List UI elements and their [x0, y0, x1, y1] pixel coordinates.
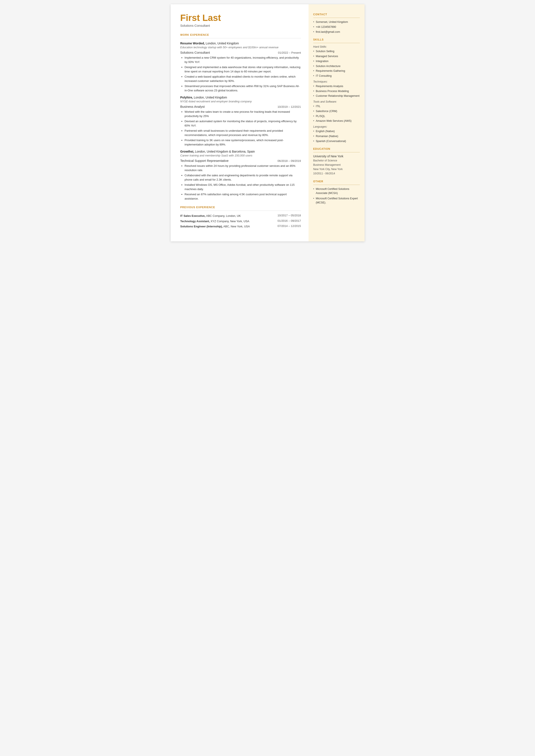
tools-list: ITIL Salesforce (CRM) PL/SQL Amazon Web …	[313, 104, 360, 123]
right-column: CONTACT Somerset, United Kingdom +44 123…	[309, 4, 365, 241]
employer-2-desc: NYSE-listed recruitment and employer bra…	[180, 100, 301, 103]
tool-1: ITIL	[313, 104, 360, 108]
technique-3: Customer Relationship Management	[313, 94, 360, 98]
tool-2: Salesforce (CRM)	[313, 109, 360, 113]
employer-1-location: London, United Kingdom	[205, 42, 239, 45]
tools-label: Tools and Software:	[313, 100, 360, 103]
job-title-3: Technical Support Representative	[180, 159, 229, 162]
employer-3-name: Growthsi,	[180, 150, 194, 153]
bullet-2-4: Provided training to 3K users on new sys…	[185, 138, 301, 147]
prev-exp-label-2: Technology Assistant, XYZ Company, New Y…	[180, 219, 249, 223]
hard-skills-list: Solution Selling Managed Services Integr…	[313, 49, 360, 78]
employer-2-header: Polyhire, London, United Kingdom	[180, 96, 301, 99]
bullet-3-3: Installed Windows OS, MS Office, Adobe A…	[185, 183, 301, 191]
prev-exp-row-1: IT Sales Executive, ABC Company, London,…	[180, 214, 301, 218]
techniques-list: Requirements Analysis Business Process M…	[313, 84, 360, 98]
prev-exp-row-3: Solutions Engineer (Internship), ABC, Ne…	[180, 224, 301, 229]
contact-address: Somerset, United Kingdom	[313, 20, 360, 24]
employer-2-location: London, United Kingdom	[193, 96, 227, 99]
employer-2-name: Polyhire,	[180, 96, 193, 99]
bullet-3-4: Received an 87% satisfaction rating amon…	[185, 192, 301, 201]
job-dates-1: 01/2022 – Present	[278, 51, 301, 54]
job-row-3: Technical Support Representative 06/2018…	[180, 159, 301, 162]
other-item-2: Microsoft Certified Solutions Expert (MC…	[313, 197, 360, 205]
prev-divider	[180, 210, 301, 211]
technique-2: Business Process Modeling	[313, 89, 360, 93]
other-section: OTHER Microsoft Certified Solutions Asso…	[313, 180, 360, 205]
prev-exp-label-3: Solutions Engineer (Internship), ABC, Ne…	[180, 224, 250, 229]
tool-4: Amazon Web Services (AWS)	[313, 119, 360, 123]
bullet-1-3: Created a web-based application that ena…	[185, 74, 301, 83]
hard-skills-label: Hard Skills:	[313, 45, 360, 48]
candidate-title: Solutions Consultant	[180, 24, 301, 27]
candidate-name: First Last	[180, 13, 301, 23]
bullet-2-1: Worked with the sales team to create a n…	[185, 110, 301, 118]
prev-exp-dates-3: 07/2014 – 12/2015	[277, 224, 301, 229]
job-dates-3: 06/2018 – 09/2019	[277, 159, 301, 162]
contact-title: CONTACT	[313, 13, 360, 16]
employer-3-header: Growthsi, London, United Kingdom & Barce…	[180, 150, 301, 154]
languages-label: Languages:	[313, 125, 360, 128]
skills-section: SKILLS Hard Skills: Solution Selling Man…	[313, 38, 360, 143]
contact-email: first.last@gmail.com	[313, 30, 360, 34]
job-title-1: Solutions Consultant	[180, 51, 210, 54]
techniques-label: Techniques:	[313, 80, 360, 83]
education-title: EDUCATION	[313, 147, 360, 151]
hard-skill-2: Managed Services	[313, 54, 360, 58]
language-2: Romanian (Native)	[313, 134, 360, 138]
edu-location-1: New York City, New York	[313, 167, 360, 171]
prev-exp-row-2: Technology Assistant, XYZ Company, New Y…	[180, 219, 301, 223]
employer-1-header: Resume Worded, London, United Kingdom	[180, 42, 301, 45]
edu-degree-1: Bachelor of Science	[313, 158, 360, 163]
prev-exp-dates-2: 01/2016 – 09/2017	[277, 219, 301, 223]
bullet-2-2: Devised an automated system for monitori…	[185, 119, 301, 127]
hard-skill-5: Requirements Gathering	[313, 69, 360, 73]
employer-1-desc: Education technology startup with 50+ em…	[180, 46, 301, 49]
prev-experience-title: PREVIOUS EXPERIENCE	[180, 206, 301, 209]
bullet-3-1: Resolved issues within 24 hours by provi…	[185, 164, 301, 172]
prev-exp-label-1: IT Sales Executive, ABC Company, London,…	[180, 214, 241, 218]
language-1: English (Native)	[313, 129, 360, 133]
edu-dates-1: 10/2011 - 06/2014	[313, 171, 360, 176]
education-divider	[313, 152, 360, 153]
edu-entry-1: University of New York Bachelor of Scien…	[313, 154, 360, 176]
bullet-list-2: Worked with the sales team to create a n…	[185, 110, 301, 147]
edu-school-1: University of New York	[313, 154, 360, 158]
hard-skill-4: Solution Architecture	[313, 64, 360, 68]
job-dates-2: 10/2019 – 12/2021	[277, 105, 301, 108]
other-item-1: Microsoft Certified Solutions Associate …	[313, 187, 360, 195]
other-title: OTHER	[313, 180, 360, 183]
hard-skill-3: Integration	[313, 59, 360, 63]
language-3: Spanish (Conversational)	[313, 139, 360, 143]
tool-3: PL/SQL	[313, 114, 360, 118]
bullet-3-2: Collaborated with the sales and engineer…	[185, 173, 301, 182]
skills-title: SKILLS	[313, 38, 360, 41]
education-section: EDUCATION University of New York Bachelo…	[313, 147, 360, 176]
work-experience-title: WORK EXPERIENCE	[180, 33, 301, 37]
left-column: First Last Solutions Consultant WORK EXP…	[171, 4, 309, 241]
technique-1: Requirements Analysis	[313, 84, 360, 88]
bullet-1-1: Implemented a new CRM system for 40 orga…	[185, 56, 301, 64]
hard-skill-6: IT Consulting	[313, 74, 360, 78]
job-row-2: Business Analyst 10/2019 – 12/2021	[180, 105, 301, 108]
contact-list: Somerset, United Kingdom +44 1234567890 …	[313, 20, 360, 34]
hard-skill-1: Solution Selling	[313, 49, 360, 53]
contact-phone: +44 1234567890	[313, 25, 360, 29]
employer-1-name: Resume Worded,	[180, 42, 205, 45]
contact-section: CONTACT Somerset, United Kingdom +44 123…	[313, 13, 360, 34]
edu-field-1: Business Management	[313, 163, 360, 167]
skills-divider	[313, 43, 360, 43]
languages-list: English (Native) Romanian (Native) Spani…	[313, 129, 360, 143]
bullet-list-3: Resolved issues within 24 hours by provi…	[185, 164, 301, 201]
employer-3-location: London, United Kingdom & Barcelona, Spai…	[194, 150, 255, 153]
resume-container: First Last Solutions Consultant WORK EXP…	[171, 4, 365, 241]
bullet-1-2: Designed and implemented a data warehous…	[185, 65, 301, 73]
bullet-1-4: Streamlined processes that improved effi…	[185, 84, 301, 93]
job-row-1: Solutions Consultant 01/2022 – Present	[180, 51, 301, 54]
prev-exp-dates-1: 10/2017 – 05/2018	[277, 214, 301, 218]
bullet-2-3: Partnered with small businesses to under…	[185, 129, 301, 137]
job-title-2: Business Analyst	[180, 105, 205, 108]
other-list: Microsoft Certified Solutions Associate …	[313, 187, 360, 205]
employer-3-desc: Career training and membership SaaS with…	[180, 154, 301, 157]
bullet-list-1: Implemented a new CRM system for 40 orga…	[185, 56, 301, 93]
